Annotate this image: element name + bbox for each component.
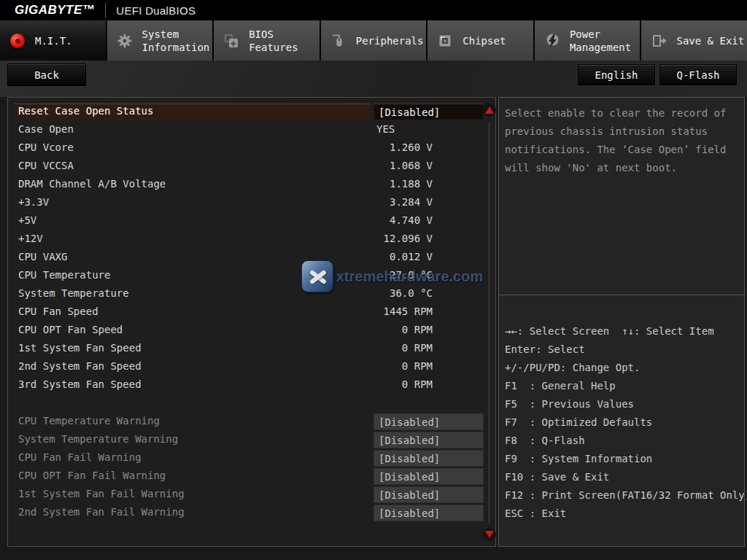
- setting-label: CPU Fan Speed: [18, 306, 98, 317]
- setting-row-5v: +5V 4.740 V: [8, 212, 495, 230]
- tab-save-exit[interactable]: Save & Exit: [641, 20, 747, 61]
- setting-label: CPU Temperature Warning: [18, 415, 160, 427]
- setting-label: +12V: [18, 233, 43, 244]
- setting-row-cpu-opt-fan-speed: CPU OPT Fan Speed 0 RPM: [8, 322, 495, 340]
- setting-value[interactable]: [Disabled]: [374, 413, 484, 430]
- key-hint-line: F1 : General Help: [505, 377, 744, 395]
- setting-row-system-temperature-warning[interactable]: System Temperature Warning [Disabled]: [8, 431, 495, 449]
- peripherals-icon: [329, 31, 348, 50]
- setting-value: 1.260 V: [374, 141, 433, 153]
- setting-label: DRAM Channel A/B Voltage: [18, 178, 166, 190]
- back-button[interactable]: Back: [7, 63, 86, 86]
- key-hint-line: F7 : Optimized Defaults: [505, 413, 744, 432]
- key-hint-line: F5 : Previous Values: [505, 395, 744, 413]
- key-hint-line: F9 : System Information: [505, 450, 744, 468]
- setting-label: 2nd System Fan Speed: [18, 360, 142, 372]
- tab-bar: M.I.T. System Information BIOS Features …: [0, 20, 747, 61]
- tab-label: Chipset: [462, 34, 506, 47]
- tab-m-i-t[interactable]: M.I.T.: [0, 20, 106, 61]
- setting-value: 12.096 V: [374, 233, 433, 244]
- key-hint-line: ESC : Exit: [505, 505, 744, 523]
- setting-value: YES: [376, 123, 395, 135]
- setting-value[interactable]: [Disabled]: [374, 468, 484, 485]
- setting-label: 3rd System Fan Speed: [18, 378, 142, 390]
- setting-label: CPU Vcore: [18, 141, 74, 153]
- setting-label: CPU OPT Fan Fail Warning: [18, 470, 166, 481]
- power-icon: [543, 31, 562, 50]
- setting-row-2nd-system-fan-speed: 2nd System Fan Speed 0 RPM: [8, 358, 495, 376]
- scroll-up-arrow[interactable]: [483, 104, 496, 117]
- setting-row-cpu-temperature: CPU Temperature 27.0 °C: [8, 267, 495, 285]
- setting-value[interactable]: [Disabled]: [374, 432, 484, 448]
- settings-panel: Reset Case Open Status [Disabled] Case O…: [7, 97, 496, 547]
- setting-value: 0 RPM: [374, 342, 433, 354]
- tab-label: Power Management: [570, 28, 640, 54]
- setting-label: Reset Case Open Status: [18, 105, 153, 117]
- setting-label: System Temperature: [18, 287, 129, 299]
- tab-bios-features[interactable]: BIOS Features: [214, 20, 320, 61]
- tab-peripherals[interactable]: Peripherals: [321, 20, 427, 61]
- setting-label: CPU VCCSA: [18, 160, 74, 171]
- setting-label: CPU Temperature: [18, 269, 110, 281]
- setting-value: 27.0 °C: [374, 269, 433, 281]
- tab-system-information[interactable]: System Information: [107, 20, 213, 61]
- setting-label: CPU VAXG: [18, 251, 67, 262]
- setting-row-cpu-vaxg: CPU VAXG 0.012 V: [8, 249, 495, 267]
- setting-label: System Temperature Warning: [18, 433, 178, 445]
- toolbar: Back English Q-Flash: [0, 61, 747, 97]
- setting-row-2nd-system-fan-fail-warning[interactable]: 2nd System Fan Fail Warning [Disabled]: [8, 504, 495, 522]
- uefi-dualbios-title: UEFI DualBIOS: [116, 4, 196, 17]
- setting-row-3rd-system-fan-speed: 3rd System Fan Speed 0 RPM: [8, 376, 495, 394]
- setting-row-cpu-fan-fail-warning[interactable]: CPU Fan Fail Warning [Disabled]: [8, 449, 495, 467]
- setting-value: 36.0 °C: [374, 287, 433, 299]
- setting-value: 0 RPM: [374, 324, 433, 335]
- up-triangle-icon: [485, 106, 494, 114]
- setting-value: 1445 RPM: [374, 306, 433, 317]
- setting-row-cpu-fan-speed: CPU Fan Speed 1445 RPM: [8, 303, 495, 322]
- key-hint-line: F12 : Print Screen(FAT16/32 Format Only): [505, 486, 744, 505]
- setting-row-cpu-temperature-warning[interactable]: CPU Temperature Warning [Disabled]: [8, 413, 495, 431]
- setting-row-case-open: Case Open YES: [8, 121, 495, 139]
- tab-power-management[interactable]: Power Management: [535, 20, 640, 61]
- setting-label: 2nd System Fan Fail Warning: [18, 506, 185, 518]
- tab-label: BIOS Features: [249, 28, 320, 54]
- setting-row-cpu-opt-fan-fail-warning[interactable]: CPU OPT Fan Fail Warning [Disabled]: [8, 467, 495, 486]
- tab-chipset[interactable]: Chipset: [427, 20, 533, 61]
- setting-value: 1.188 V: [374, 178, 433, 190]
- setting-value[interactable]: [Disabled]: [374, 505, 484, 521]
- setting-value: 0 RPM: [374, 378, 433, 390]
- scrollbar-track[interactable]: [489, 122, 489, 524]
- setting-row-12v: +12V 12.096 V: [8, 230, 495, 249]
- tab-label: System Information: [142, 28, 213, 54]
- save-exit-icon: [649, 31, 668, 50]
- setting-value[interactable]: [Disabled]: [374, 104, 484, 120]
- tab-label: Save & Exit: [676, 34, 744, 47]
- gigabyte-logo: GIGABYTE™: [15, 3, 95, 18]
- setting-row-system-temperature: System Temperature 36.0 °C: [8, 285, 495, 303]
- setting-value: 3.284 V: [374, 196, 433, 208]
- mit-dot-icon: [8, 31, 27, 50]
- help-text: Select enable to clear the record of pre…: [499, 98, 744, 184]
- setting-row-cpu-vccsa: CPU VCCSA 1.068 V: [8, 158, 495, 176]
- bios-features-icon: [222, 31, 241, 50]
- setting-row-reset-case-open-status[interactable]: Reset Case Open Status [Disabled]: [8, 103, 495, 121]
- setting-value[interactable]: [Disabled]: [374, 486, 484, 503]
- setting-label: CPU OPT Fan Speed: [18, 324, 123, 335]
- setting-value: 0.012 V: [374, 251, 433, 262]
- key-hint-line: →←: Select Screen ↑↓: Select Item: [505, 322, 744, 341]
- setting-label: 1st System Fan Speed: [18, 342, 142, 354]
- tab-label: Peripherals: [356, 34, 424, 47]
- setting-row-3-3v: +3.3V 3.284 V: [8, 194, 495, 212]
- key-hint-line: F10 : Save & Exit: [505, 468, 744, 486]
- setting-value[interactable]: [Disabled]: [374, 450, 484, 467]
- setting-label: +5V: [18, 214, 36, 226]
- chipset-icon: [436, 31, 454, 50]
- language-button[interactable]: English: [578, 64, 655, 85]
- key-hint-line: Enter: Select: [505, 341, 744, 359]
- qflash-button[interactable]: Q-Flash: [659, 64, 737, 85]
- top-bar: GIGABYTE™ UEFI DualBIOS: [0, 0, 747, 20]
- scroll-down-arrow[interactable]: [483, 528, 496, 541]
- down-triangle-icon: [485, 531, 494, 538]
- setting-row-1st-system-fan-fail-warning[interactable]: 1st System Fan Fail Warning [Disabled]: [8, 486, 495, 504]
- setting-label: CPU Fan Fail Warning: [18, 451, 142, 463]
